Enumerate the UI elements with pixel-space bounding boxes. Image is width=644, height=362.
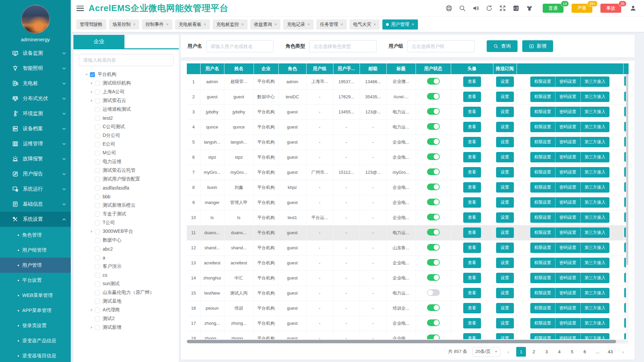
tree-node-9[interactable]: 电力运维	[73, 157, 179, 166]
search-icon[interactable]	[459, 5, 466, 12]
status-toggle[interactable]	[427, 138, 440, 145]
tree-node-8[interactable]: M公司	[73, 149, 179, 157]
view-avatar-button[interactable]: 查看	[463, 258, 481, 268]
action-button-0[interactable]: 权限设置	[530, 258, 555, 268]
next-page-button[interactable]: ›	[618, 347, 628, 357]
push-setting-button[interactable]: 设置	[496, 182, 514, 193]
sidebar-subitem-1[interactable]: • 用户组管理	[0, 243, 71, 258]
tab-8[interactable]: 电气火灾 ×	[350, 19, 380, 30]
tree-checkbox[interactable]	[95, 133, 100, 138]
tree-node-20[interactable]: a	[73, 253, 179, 262]
page-button-6[interactable]: 6	[580, 347, 590, 357]
tree-checkbox[interactable]	[95, 247, 100, 252]
status-toggle[interactable]	[427, 229, 440, 236]
action-button-0[interactable]: 权限设置	[530, 152, 555, 162]
status-toggle[interactable]	[427, 274, 440, 281]
caret-collapsed-icon[interactable]	[89, 91, 94, 93]
tree-node-11[interactable]: 测试用户报告配置	[73, 175, 179, 184]
sidebar-item-5[interactable]: 设备档案	[0, 121, 71, 136]
tab-7[interactable]: 任务管理 ×	[316, 19, 347, 30]
page-button-5[interactable]: 5	[567, 347, 577, 357]
tree-checkbox[interactable]	[95, 81, 100, 86]
fullscreen-icon[interactable]	[499, 5, 506, 12]
tree-node-24[interactable]: 山东赢伦电力（原广烨）	[73, 288, 179, 297]
view-avatar-button[interactable]: 查看	[463, 152, 481, 162]
status-toggle[interactable]	[427, 244, 440, 251]
push-setting-button[interactable]: 设置	[496, 318, 514, 328]
tree-checkbox[interactable]	[90, 72, 95, 77]
view-avatar-button[interactable]: 查看	[463, 182, 481, 193]
push-setting-button[interactable]: 设置	[496, 243, 514, 253]
tree-checkbox[interactable]	[95, 238, 100, 243]
action-button-2[interactable]: 第三方接入	[581, 258, 610, 268]
sidebar-item-11[interactable]: 系统设置	[0, 212, 71, 227]
page-button-2[interactable]: 2	[529, 347, 539, 357]
page-button-4[interactable]: 4	[554, 347, 564, 357]
tree-checkbox[interactable]	[95, 177, 100, 182]
help-icon[interactable]	[445, 5, 452, 12]
sidebar-subitem-6[interactable]: • 登录页设置	[0, 318, 71, 333]
tab-3[interactable]: 充电桩看板 ×	[175, 19, 210, 30]
translate-icon[interactable]: A文	[513, 5, 520, 12]
caret-collapsed-icon[interactable]	[89, 326, 94, 329]
action-button-2[interactable]: 第三方接入	[581, 243, 610, 253]
sidebar-item-6[interactable]: 运维管理	[0, 136, 71, 151]
sidebar-subitem-5[interactable]: • APP菜单管理	[0, 303, 71, 318]
tree-root-node[interactable]: 平台机构	[73, 70, 179, 79]
prev-page-button[interactable]: ‹	[503, 347, 513, 357]
push-setting-button[interactable]: 设置	[496, 152, 514, 162]
push-setting-button[interactable]: 设置	[496, 212, 514, 223]
status-toggle[interactable]	[427, 304, 440, 311]
tab-2[interactable]: 控制事件 ×	[142, 19, 172, 30]
view-avatar-button[interactable]: 查看	[463, 333, 481, 339]
query-button[interactable]: 查询	[487, 40, 518, 52]
tree-node-14[interactable]: 测试新增乐橙云	[73, 201, 179, 210]
push-setting-button[interactable]: 设置	[496, 122, 514, 132]
tree-node-16[interactable]: T公司	[73, 218, 179, 227]
view-avatar-button[interactable]: 查看	[463, 318, 481, 328]
tree-checkbox[interactable]	[95, 90, 100, 95]
sidebar-item-10[interactable]: 基础信息	[0, 197, 71, 212]
theme-icon[interactable]	[526, 5, 533, 12]
tab-close-icon[interactable]: ×	[204, 22, 206, 27]
role-filter-input[interactable]	[309, 40, 377, 52]
sidebar-item-9[interactable]: 系统运行	[0, 182, 71, 197]
push-setting-button[interactable]: 设置	[496, 167, 514, 177]
push-setting-button[interactable]: 设置	[496, 137, 514, 147]
caret-collapsed-icon[interactable]	[89, 82, 94, 85]
action-button-0[interactable]: 权限设置	[530, 303, 555, 313]
action-button-1[interactable]: 密码设置	[555, 152, 581, 162]
tree-checkbox[interactable]	[95, 212, 100, 217]
status-toggle[interactable]	[427, 78, 440, 85]
tree-node-13[interactable]: bbb	[73, 192, 179, 201]
action-button-2[interactable]: 第三方接入	[581, 273, 610, 283]
username-filter-input[interactable]	[206, 40, 274, 52]
tree-node-18[interactable]: 数据中心	[73, 236, 179, 245]
action-button-2[interactable]: 第三方接入	[581, 227, 610, 238]
status-toggle[interactable]	[427, 199, 440, 205]
sidebar-item-4[interactable]: 环境监测	[0, 106, 71, 121]
action-button-0[interactable]: 权限设置	[530, 243, 555, 253]
tree-node-22[interactable]: cs	[73, 271, 179, 279]
tree-checkbox[interactable]	[95, 151, 100, 156]
tree-checkbox[interactable]	[95, 281, 100, 287]
action-button-1[interactable]: 密码设置	[555, 273, 581, 283]
action-button-1[interactable]: 密码设置	[555, 318, 581, 328]
sidebar-subitem-4[interactable]: • WEB菜单管理	[0, 288, 71, 303]
page-button-43[interactable]: 43	[605, 347, 615, 357]
tab-0[interactable]: 管理驾驶舱	[76, 19, 106, 30]
action-button-2[interactable]: 第三方接入	[581, 76, 610, 87]
tree-checkbox[interactable]	[95, 124, 100, 130]
action-button-2[interactable]: 第三方接入	[581, 212, 610, 223]
action-button-2[interactable]: 第三方接入	[581, 167, 610, 177]
action-button-1[interactable]: 密码设置	[555, 92, 581, 102]
action-button-0[interactable]: 权限设置	[530, 318, 555, 328]
tree-checkbox[interactable]	[95, 325, 100, 330]
sidebar-item-0[interactable]: 设备监测	[0, 46, 71, 61]
refresh-icon[interactable]	[486, 5, 493, 12]
tab-close-icon[interactable]: ×	[241, 22, 244, 27]
action-button-2[interactable]: 第三方接入	[581, 333, 610, 339]
view-avatar-button[interactable]: 查看	[463, 243, 481, 253]
alarm-button-1[interactable]: 严重 99+	[572, 4, 592, 13]
push-setting-button[interactable]: 设置	[496, 227, 514, 238]
